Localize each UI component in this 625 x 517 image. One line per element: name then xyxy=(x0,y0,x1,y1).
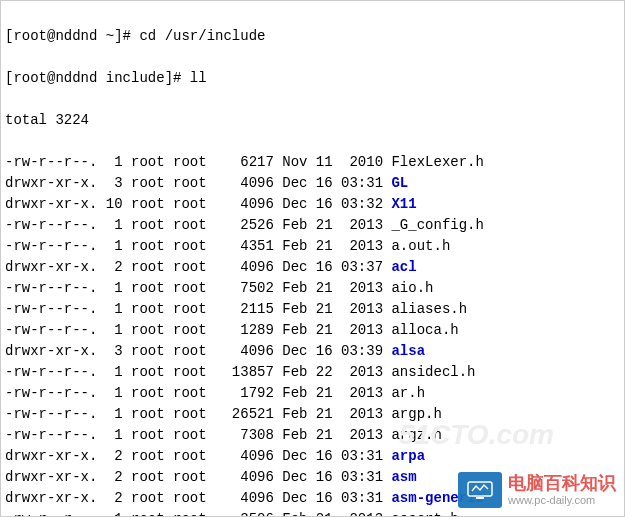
file-meta: drwxr-xr-x. 2 root root 4096 Dec 16 03:3… xyxy=(5,490,391,506)
list-row: -rw-r--r--. 1 root root 2115 Feb 21 2013… xyxy=(5,299,620,320)
directory-name: asm xyxy=(391,469,416,485)
directory-name: alsa xyxy=(391,343,425,359)
file-meta: -rw-r--r--. 1 root root 7308 Feb 21 2013 xyxy=(5,427,391,443)
file-name: assert.h xyxy=(391,511,458,517)
list-row: -rw-r--r--. 1 root root 6217 Nov 11 2010… xyxy=(5,152,620,173)
file-name: aio.h xyxy=(391,280,433,296)
directory-name: arpa xyxy=(391,448,425,464)
file-meta: -rw-r--r--. 1 root root 2526 Feb 21 2013 xyxy=(5,217,391,233)
file-name: _G_config.h xyxy=(391,217,483,233)
terminal-output: [root@nddnd ~]# cd /usr/include [root@nd… xyxy=(5,5,620,517)
file-meta: -rw-r--r--. 1 root root 1289 Feb 21 2013 xyxy=(5,322,391,338)
command-line-2: [root@nddnd include]# ll xyxy=(5,68,620,89)
list-row: -rw-r--r--. 1 root root 4351 Feb 21 2013… xyxy=(5,236,620,257)
file-meta: -rw-r--r--. 1 root root 7502 Feb 21 2013 xyxy=(5,280,391,296)
list-row: -rw-r--r--. 1 root root 7502 Feb 21 2013… xyxy=(5,278,620,299)
file-meta: drwxr-xr-x. 10 root root 4096 Dec 16 03:… xyxy=(5,196,391,212)
file-name: ar.h xyxy=(391,385,425,401)
total-line: total 3224 xyxy=(5,110,620,131)
file-meta: -rw-r--r--. 1 root root 2115 Feb 21 2013 xyxy=(5,301,391,317)
command: cd /usr/include xyxy=(139,28,265,44)
list-row: drwxr-xr-x. 2 root root 4096 Dec 16 03:3… xyxy=(5,446,620,467)
list-row: -rw-r--r--. 1 root root 3506 Feb 21 2013… xyxy=(5,509,620,517)
file-name: aliases.h xyxy=(391,301,467,317)
list-row: drwxr-xr-x. 2 root root 4096 Dec 16 03:3… xyxy=(5,257,620,278)
file-name: ansidecl.h xyxy=(391,364,475,380)
file-name: a.out.h xyxy=(391,238,450,254)
file-name: FlexLexer.h xyxy=(391,154,483,170)
directory-name: acl xyxy=(391,259,416,275)
file-meta: drwxr-xr-x. 2 root root 4096 Dec 16 03:3… xyxy=(5,448,391,464)
list-row: drwxr-xr-x. 10 root root 4096 Dec 16 03:… xyxy=(5,194,620,215)
file-meta: -rw-r--r--. 1 root root 3506 Feb 21 2013 xyxy=(5,511,391,517)
list-row: -rw-r--r--. 1 root root 26521 Feb 21 201… xyxy=(5,404,620,425)
file-meta: drwxr-xr-x. 2 root root 4096 Dec 16 03:3… xyxy=(5,469,391,485)
command-line-1: [root@nddnd ~]# cd /usr/include xyxy=(5,26,620,47)
file-meta: -rw-r--r--. 1 root root 13857 Feb 22 201… xyxy=(5,364,391,380)
directory-name: X11 xyxy=(391,196,416,212)
list-row: -rw-r--r--. 1 root root 7308 Feb 21 2013… xyxy=(5,425,620,446)
watermark-logo-icon xyxy=(458,472,502,508)
file-name: argz.h xyxy=(391,427,441,443)
file-meta: -rw-r--r--. 1 root root 4351 Feb 21 2013 xyxy=(5,238,391,254)
list-row: -rw-r--r--. 1 root root 13857 Feb 22 201… xyxy=(5,362,620,383)
watermark: 电脑百科知识 www.pc-daily.com xyxy=(458,472,616,508)
watermark-url: www.pc-daily.com xyxy=(508,494,616,506)
watermark-title: 电脑百科知识 xyxy=(508,474,616,494)
list-row: -rw-r--r--. 1 root root 2526 Feb 21 2013… xyxy=(5,215,620,236)
directory-name: GL xyxy=(391,175,408,191)
prompt: [root@nddnd include]# xyxy=(5,70,181,86)
file-meta: drwxr-xr-x. 2 root root 4096 Dec 16 03:3… xyxy=(5,259,391,275)
file-listing: -rw-r--r--. 1 root root 6217 Nov 11 2010… xyxy=(5,152,620,517)
watermark-text: 电脑百科知识 www.pc-daily.com xyxy=(508,474,616,506)
prompt: [root@nddnd ~]# xyxy=(5,28,131,44)
list-row: drwxr-xr-x. 3 root root 4096 Dec 16 03:3… xyxy=(5,173,620,194)
list-row: -rw-r--r--. 1 root root 1289 Feb 21 2013… xyxy=(5,320,620,341)
file-name: argp.h xyxy=(391,406,441,422)
list-row: -rw-r--r--. 1 root root 1792 Feb 21 2013… xyxy=(5,383,620,404)
file-meta: -rw-r--r--. 1 root root 6217 Nov 11 2010 xyxy=(5,154,391,170)
command: ll xyxy=(190,70,207,86)
file-meta: -rw-r--r--. 1 root root 1792 Feb 21 2013 xyxy=(5,385,391,401)
list-row: drwxr-xr-x. 3 root root 4096 Dec 16 03:3… xyxy=(5,341,620,362)
file-meta: drwxr-xr-x. 3 root root 4096 Dec 16 03:3… xyxy=(5,175,391,191)
svg-rect-1 xyxy=(476,497,484,499)
file-meta: -rw-r--r--. 1 root root 26521 Feb 21 201… xyxy=(5,406,391,422)
file-name: alloca.h xyxy=(391,322,458,338)
file-meta: drwxr-xr-x. 3 root root 4096 Dec 16 03:3… xyxy=(5,343,391,359)
